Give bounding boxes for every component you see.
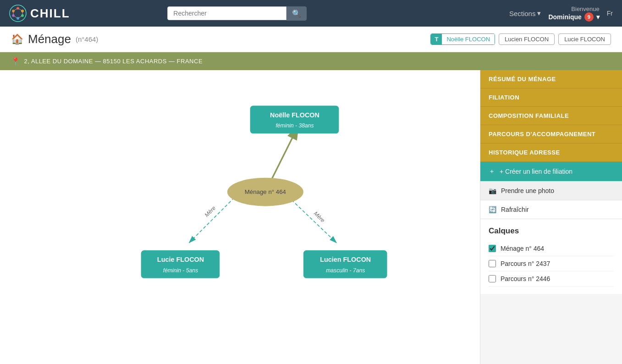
edge-label-lucie: Mère: [204, 204, 217, 218]
page-number: (n°464): [76, 35, 98, 43]
menu-historique[interactable]: HISTORIQUE ADRESSE: [480, 143, 622, 162]
person-tag-noelle[interactable]: T Noëlle FLOCON: [430, 33, 495, 45]
language-selector[interactable]: Fr: [607, 10, 613, 17]
user-dropdown[interactable]: Dominique 9 ▾: [548, 12, 599, 22]
chevron-down-icon: ▾: [537, 9, 541, 17]
menu-composition[interactable]: COMPOSITION FAMILIALE: [480, 107, 622, 125]
person-tags: T Noëlle FLOCON Lucien FLOCON Lucie FLOC…: [430, 33, 611, 45]
calque-parcours-2446-checkbox[interactable]: [489, 275, 496, 282]
location-icon: 📍: [11, 57, 21, 66]
menu-parcours[interactable]: PARCOURS D'ACCOMPAGNEMENT: [480, 125, 622, 143]
calque-menage-checkbox[interactable]: [489, 245, 496, 252]
address-text: 2, ALLEE DU DOMAINE — 85150 LES ACHARDS …: [24, 58, 203, 65]
node-lucie-sublabel: féminin - 5ans: [163, 267, 198, 274]
brand-text: CHILL: [30, 6, 70, 21]
svg-line-7: [18, 8, 22, 11]
page-header: 🏠 Ménage (n°464) T Noëlle FLOCON Lucien …: [0, 27, 622, 52]
node-lucie[interactable]: [141, 250, 220, 278]
menu-resume[interactable]: RÉSUMÉ DU MÉNAGE: [480, 70, 622, 88]
node-lucien[interactable]: [303, 250, 387, 278]
notification-badge: 9: [584, 12, 594, 22]
calque-parcours-2437-checkbox[interactable]: [489, 260, 496, 267]
navbar: CHILL 🔍 Sections ▾ Bienvenue Dominique 9…: [0, 0, 622, 27]
create-filiation-button[interactable]: ＋ + Créer un lien de filiation: [480, 162, 622, 182]
search-container: 🔍: [167, 6, 351, 21]
node-noelle[interactable]: [250, 105, 339, 133]
main-content: Mère Mère Noëlle FLOCON féminin - 38ans …: [0, 70, 622, 364]
take-photo-button[interactable]: 📷 Prendre une photo: [480, 182, 622, 200]
node-lucien-label: Lucien FLOCON: [320, 256, 371, 263]
right-panel: RÉSUMÉ DU MÉNAGE FILIATION COMPOSITION F…: [480, 70, 622, 364]
home-icon: 🏠: [11, 33, 23, 45]
calque-parcours-2437[interactable]: Parcours n° 2437: [489, 256, 614, 271]
page-title: Ménage (n°464): [28, 32, 98, 46]
user-menu: Bienvenue Dominique 9 ▾: [548, 6, 599, 22]
menu-filiation[interactable]: FILIATION: [480, 88, 622, 107]
node-menage-label: Ménage n° 464: [245, 188, 286, 195]
chevron-down-icon: ▾: [596, 13, 600, 21]
logo-icon: [9, 5, 27, 22]
camera-icon: 📷: [489, 187, 496, 194]
brand-logo[interactable]: CHILL: [9, 5, 70, 22]
calque-menage[interactable]: Ménage n° 464: [489, 241, 614, 256]
refresh-icon: 🔄: [489, 206, 496, 213]
svg-line-10: [13, 16, 18, 18]
calques-section: Calques Ménage n° 464 Parcours n° 2437 P…: [480, 219, 622, 294]
search-input[interactable]: [167, 6, 286, 20]
navbar-right: Sections ▾ Bienvenue Dominique 9 ▾ Fr: [509, 6, 613, 22]
page-title-section: 🏠 Ménage (n°464): [11, 32, 98, 46]
node-lucien-sublabel: masculin - 7ans: [326, 267, 365, 274]
person-tag-lucien[interactable]: Lucien FLOCON: [499, 33, 555, 45]
search-button[interactable]: 🔍: [286, 6, 307, 21]
person-tag-lucie[interactable]: Lucie FLOCON: [558, 33, 611, 45]
svg-line-9: [18, 16, 22, 18]
calques-title: Calques: [489, 226, 614, 236]
node-lucie-label: Lucie FLOCON: [157, 256, 204, 263]
node-noelle-sublabel: féminin - 38ans: [275, 122, 314, 129]
edge-menage-noelle: [270, 126, 298, 182]
calque-parcours-2446[interactable]: Parcours n° 2446: [489, 271, 614, 287]
person-tag-name: Noëlle FLOCON: [442, 34, 495, 44]
svg-line-12: [13, 8, 18, 11]
plus-icon: ＋: [489, 167, 495, 176]
person-tag-letter: T: [431, 34, 442, 44]
node-noelle-label: Noëlle FLOCON: [270, 111, 319, 119]
welcome-label: Bienvenue: [548, 6, 599, 12]
sections-menu[interactable]: Sections ▾: [509, 9, 541, 17]
refresh-button[interactable]: 🔄 Rafraîchir: [480, 200, 622, 219]
filiation-graph: Mère Mère Noëlle FLOCON féminin - 38ans …: [0, 70, 480, 364]
address-bar: 📍 2, ALLEE DU DOMAINE — 85150 LES ACHARD…: [0, 52, 622, 70]
graph-area[interactable]: Mère Mère Noëlle FLOCON féminin - 38ans …: [0, 70, 480, 364]
